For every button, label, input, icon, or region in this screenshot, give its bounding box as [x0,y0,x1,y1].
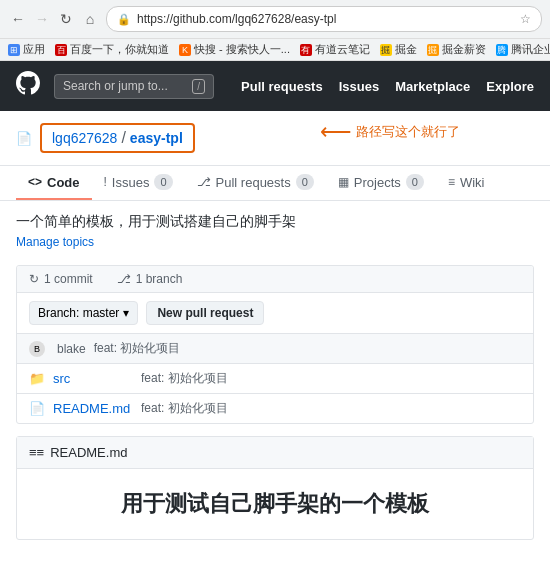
repo-separator: / [121,129,125,147]
branches-stat[interactable]: ⎇ 1 branch [117,272,183,286]
file-list: B blake feat: 初始化项目 📁 src feat: 初始化项目 📄 … [17,334,533,423]
file-commit-src: feat: 初始化项目 [141,370,521,387]
forward-button[interactable]: → [32,9,52,29]
bookmark-jin2-label: 掘金薪资 [442,42,486,57]
repo-type-icon: 📄 [16,131,32,146]
search-slash: / [192,79,205,94]
tab-wiki-label: Wiki [460,175,485,190]
branches-count: 1 branch [136,272,183,286]
projects-icon: ▦ [338,175,349,189]
github-nav: Pull requests Issues Marketplace Explore [241,79,534,94]
tab-issues-label: Issues [112,175,150,190]
tab-code-label: Code [47,175,80,190]
nav-marketplace[interactable]: Marketplace [395,79,470,94]
tab-code[interactable]: <> Code [16,166,92,200]
readme-body: 用于测试自己脚手架的一个模板 [17,469,533,539]
github-logo[interactable] [16,71,40,101]
tab-projects-label: Projects [354,175,401,190]
issues-icon: ! [104,175,107,189]
kuai-icon: K [179,44,191,56]
latest-commit-row: B blake feat: 初始化项目 [17,334,533,364]
address-icons: ☆ [520,12,531,26]
bookmark-apps-label: 应用 [23,42,45,57]
browser-toolbar: ← → ↻ ⌂ 🔒 https://github.com/lgq627628/e… [0,0,550,39]
branch-dropdown-icon: ▾ [123,306,129,320]
nav-pull-requests[interactable]: Pull requests [241,79,323,94]
issues-count: 0 [154,174,172,190]
tab-pull-requests[interactable]: ⎇ Pull requests 0 [185,166,326,200]
home-button[interactable]: ⌂ [80,9,100,29]
commits-stat[interactable]: ↻ 1 commit [29,272,93,286]
annotation: ⟵ 路径写这个就行了 [320,119,460,145]
pr-count: 0 [296,174,314,190]
star-icon[interactable]: ☆ [520,12,531,26]
readme-header-label: README.md [50,445,127,460]
annotation-arrow-icon: ⟵ [320,119,352,145]
file-name-readme[interactable]: README.md [53,401,133,416]
manage-topics-link[interactable]: Manage topics [16,235,94,249]
search-box[interactable]: Search or jump to... / [54,74,214,99]
bookmarks-bar: ⊞ 应用 百 百度一下，你就知道 K 快搜 - 搜索快人一... 有 有道云笔记… [0,39,550,61]
readme-header-icon: ≡≡ [29,445,44,460]
branch-selector[interactable]: Branch: master ▾ [29,301,138,325]
description-text: 一个简单的模板，用于测试搭建自己的脚手架 [16,213,534,231]
code-icon: <> [28,175,42,189]
github-header: Search or jump to... / Pull requests Iss… [0,61,550,111]
commit-message: feat: 初始化项目 [94,340,521,357]
commit-avatar: B [29,341,45,357]
repo-description: 一个简单的模板，用于测试搭建自己的脚手架 Manage topics [0,201,550,253]
bookmark-youdao-label: 有道云笔记 [315,42,370,57]
file-row-readme: 📄 README.md feat: 初始化项目 [17,394,533,423]
tencent-icon: 腾 [496,44,508,56]
tab-projects[interactable]: ▦ Projects 0 [326,166,436,200]
search-placeholder: Search or jump to... [63,79,168,93]
bookmark-jin2[interactable]: 掘 掘金薪资 [427,42,486,57]
stats-row: ↻ 1 commit ⎇ 1 branch [17,266,533,293]
bookmark-youdao[interactable]: 有 有道云笔记 [300,42,370,57]
file-icon: 📄 [29,401,45,416]
bookmark-kuai[interactable]: K 快搜 - 搜索快人一... [179,42,290,57]
file-row-src: 📁 src feat: 初始化项目 [17,364,533,394]
baidu-icon: 百 [55,44,67,56]
address-text: https://github.com/lgq627628/easy-tpl [137,12,514,26]
commits-icon: ↻ [29,272,39,286]
bookmark-kuai-label: 快搜 - 搜索快人一... [194,42,290,57]
branch-label: Branch: master [38,306,119,320]
repo-name-link[interactable]: easy-tpl [130,130,183,146]
repo-header: 📄 lgq627628 / easy-tpl ⟵ 路径写这个就行了 [0,111,550,166]
file-commit-readme: feat: 初始化项目 [141,400,521,417]
nav-explore[interactable]: Explore [486,79,534,94]
projects-count: 0 [406,174,424,190]
apps-icon: ⊞ [8,44,20,56]
new-pull-request-button[interactable]: New pull request [146,301,264,325]
annotation-text: 路径写这个就行了 [356,123,460,141]
lock-icon: 🔒 [117,13,131,26]
address-bar[interactable]: 🔒 https://github.com/lgq627628/easy-tpl … [106,6,542,32]
action-row: Branch: master ▾ New pull request [17,293,533,334]
readme-title: 用于测试自己脚手架的一个模板 [41,489,509,519]
repo-path: lgq627628 / easy-tpl [40,123,195,153]
readme-section: ≡≡ README.md 用于测试自己脚手架的一个模板 [16,436,534,540]
bookmark-tencent[interactable]: 腾 腾讯企业邮 [496,42,550,57]
repo-user-link[interactable]: lgq627628 [52,130,117,146]
bookmark-baidu[interactable]: 百 百度一下，你就知道 [55,42,169,57]
nav-issues[interactable]: Issues [339,79,379,94]
wiki-icon: ≡ [448,175,455,189]
bookmark-tencent-label: 腾讯企业邮 [511,42,550,57]
stats-bar: ↻ 1 commit ⎇ 1 branch Branch: master ▾ N… [16,265,534,424]
bookmark-jin1[interactable]: 掘 掘金 [380,42,417,57]
bookmark-apps[interactable]: ⊞ 应用 [8,42,45,57]
folder-icon: 📁 [29,371,45,386]
nav-buttons: ← → ↻ ⌂ [8,9,100,29]
back-button[interactable]: ← [8,9,28,29]
commits-count: 1 commit [44,272,93,286]
tab-issues[interactable]: ! Issues 0 [92,166,185,200]
bookmark-jin1-label: 掘金 [395,42,417,57]
youdao-icon: 有 [300,44,312,56]
tab-wiki[interactable]: ≡ Wiki [436,166,497,200]
readme-header: ≡≡ README.md [17,437,533,469]
commit-author: blake [57,342,86,356]
file-name-src[interactable]: src [53,371,133,386]
repo-tabs: <> Code ! Issues 0 ⎇ Pull requests 0 ▦ P… [0,166,550,201]
reload-button[interactable]: ↻ [56,9,76,29]
